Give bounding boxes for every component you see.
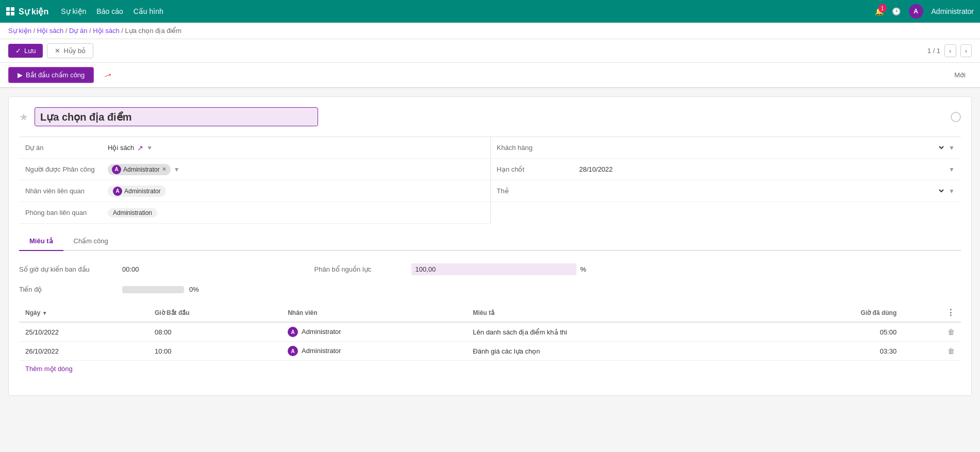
han-chot-label: Hạn chốt	[497, 165, 579, 173]
breadcrumb-su-kien[interactable]: Sự kiện	[8, 27, 31, 35]
so-gio-row: Số giờ dự kiến ban đầu 00:00	[19, 261, 139, 277]
second-action-bar: ▶ Bắt đầu chấm công → Mới	[0, 63, 980, 88]
table-header: Ngày ▼ Giờ Bắt đầu Nhân viên Miêu tả Giờ…	[19, 304, 961, 322]
user-avatar: A	[909, 4, 923, 19]
nguoi-phan-cong-dropdown[interactable]: ▼	[174, 166, 180, 173]
tien-do-label: Tiến độ	[19, 286, 112, 293]
sort-arrow: ▼	[42, 310, 47, 316]
row2-avatar: A	[288, 346, 298, 356]
tab-cham-cong[interactable]: Chấm công	[63, 232, 119, 251]
breadcrumb: Sự kiện / Hội sách / Dự án / Hội sách / …	[0, 23, 980, 39]
title-row: ★	[19, 107, 961, 126]
new-button[interactable]: Mới	[948, 68, 972, 82]
prev-button[interactable]: ‹	[944, 44, 956, 57]
nav-links: Sự kiện Báo cáo Cấu hình	[61, 7, 163, 15]
the-value: ▼	[579, 187, 955, 195]
khach-hang-select[interactable]	[579, 143, 946, 152]
the-dropdown[interactable]: ▼	[949, 188, 955, 195]
khach-hang-value: ▼	[579, 143, 955, 152]
col-gio-da-dung: Giờ đã dùng	[767, 304, 903, 322]
form-card: ★ Dự án Hội sách ↗ ▼ Người được P	[8, 96, 972, 396]
external-link-icon[interactable]: ↗	[137, 144, 143, 152]
col-mieu-ta: Miêu tả	[467, 304, 767, 322]
cell-gio-da-dung-1: 05:00	[767, 322, 903, 342]
han-chot-row: Hạn chốt 28/10/2022 ▼	[490, 159, 961, 180]
notification-bell[interactable]: 🔔 1	[875, 7, 884, 15]
han-chot-dropdown[interactable]: ▼	[949, 166, 955, 173]
col-gio-bat-dau: Giờ Bắt đầu	[148, 304, 281, 322]
progress-bar	[122, 286, 184, 293]
the-label: Thẻ	[497, 187, 579, 195]
grid-icon	[6, 7, 14, 15]
du-an-row: Dự án Hội sách ↗ ▼	[19, 137, 490, 159]
next-button[interactable]: ›	[960, 44, 972, 57]
the-select[interactable]	[579, 187, 946, 195]
nhan-vien-row: Nhân viên liên quan A Administrator	[19, 180, 490, 202]
delete-row-1-icon[interactable]: 🗑	[948, 328, 955, 336]
empty-row	[490, 202, 961, 224]
cell-gio-2: 10:00	[148, 342, 281, 361]
page-info: 1 / 1	[927, 47, 940, 55]
breadcrumb-du-an[interactable]: Dự án	[69, 27, 87, 35]
tab-mieu-ta[interactable]: Miêu tả	[19, 232, 63, 251]
cancel-button[interactable]: ✕ Hủy bỏ	[47, 43, 93, 58]
save-button[interactable]: ✓ Lưu	[8, 44, 43, 58]
so-gio-value: 00:00	[122, 265, 139, 273]
status-circle[interactable]	[951, 112, 961, 122]
phan-cong-avatar: A	[112, 165, 121, 174]
add-row-link[interactable]: Thêm một dòng	[19, 361, 79, 377]
breadcrumb-hoi-sach-1[interactable]: Hội sách	[37, 27, 63, 35]
nguoi-phan-cong-chip: A Administrator ✕	[108, 164, 171, 175]
topnav-right: 🔔 1 🕑 A Administrator	[875, 4, 974, 19]
cell-mieu-ta-2: Đánh giá các lựa chọn	[467, 342, 767, 361]
khach-hang-dropdown[interactable]: ▼	[949, 144, 955, 152]
table-row: 26/10/2022 10:00 A Administrator Đánh gi…	[19, 342, 961, 361]
task-title-input[interactable]	[35, 107, 318, 126]
phan-bo-input[interactable]	[411, 263, 576, 275]
top-navigation: Sự kiện Sự kiện Báo cáo Cấu hình 🔔 1 🕑 A…	[0, 0, 980, 23]
cell-gio-da-dung-2: 03:30	[767, 342, 903, 361]
han-chot-value: 28/10/2022 ▼	[579, 165, 955, 173]
phong-ban-label: Phòng ban liên quan	[25, 209, 108, 216]
cell-delete-2: 🗑	[903, 342, 961, 361]
attendance-table: Ngày ▼ Giờ Bắt đầu Nhân viên Miêu tả Giờ…	[19, 304, 961, 361]
nav-cau-hinh[interactable]: Cấu hình	[134, 7, 163, 15]
nguoi-phan-cong-row: Người được Phân công A Administrator ✕ ▼	[19, 159, 490, 180]
phan-cong-remove[interactable]: ✕	[162, 166, 167, 173]
cell-nhan-vien-2: A Administrator	[281, 342, 467, 361]
main-content: ★ Dự án Hội sách ↗ ▼ Người được P	[0, 88, 980, 404]
du-an-value: Hội sách ↗ ▼	[108, 144, 484, 152]
delete-row-2-icon[interactable]: 🗑	[948, 347, 955, 355]
app-name: Sự kiện	[19, 7, 48, 16]
nav-su-kien[interactable]: Sự kiện	[61, 7, 86, 15]
breadcrumb-current: Lựa chọn địa điểm	[125, 27, 182, 35]
nhan-vien-avatar: A	[113, 187, 122, 196]
arrow-indicator: →	[101, 67, 116, 83]
form-right: Khách hàng ▼ Hạn chốt 28/10/2022 ▼	[490, 137, 961, 224]
row1-avatar: A	[288, 327, 298, 337]
tien-do-row: Tiến độ 0%	[19, 281, 961, 299]
user-name[interactable]: Administrator	[932, 7, 974, 15]
action-bar: ✓ Lưu ✕ Hủy bỏ 1 / 1 ‹ ›	[0, 39, 980, 63]
table-row: 25/10/2022 08:00 A Administrator Lên dan…	[19, 322, 961, 342]
nhan-vien-label: Nhân viên liên quan	[25, 187, 108, 195]
nav-bao-cao[interactable]: Báo cáo	[96, 7, 123, 15]
favorite-star-icon[interactable]: ★	[19, 111, 28, 123]
cell-gio-1: 08:00	[148, 322, 281, 342]
play-icon: ▶	[18, 71, 23, 79]
app-logo[interactable]: Sự kiện	[6, 7, 48, 16]
cell-delete-1: 🗑	[903, 322, 961, 342]
clock-icon[interactable]: 🕑	[892, 7, 901, 15]
khach-hang-label: Khách hàng	[497, 144, 579, 152]
form-left: Dự án Hội sách ↗ ▼ Người được Phân công …	[19, 137, 490, 224]
du-an-dropdown-arrow[interactable]: ▼	[146, 144, 153, 152]
nguoi-phan-cong-label: Người được Phân công	[25, 165, 108, 173]
phan-bo-label: Phân bổ nguồn lực	[314, 265, 407, 273]
phong-ban-chip: Administration	[108, 208, 157, 217]
breadcrumb-hoi-sach-2[interactable]: Hội sách	[93, 27, 119, 35]
col-actions: ⋮	[903, 304, 961, 322]
cell-ngay-2: 26/10/2022	[19, 342, 148, 361]
table-menu-icon[interactable]: ⋮	[946, 308, 955, 317]
col-ngay[interactable]: Ngày ▼	[19, 304, 148, 322]
start-attendance-button[interactable]: ▶ Bắt đầu chấm công	[8, 67, 94, 83]
